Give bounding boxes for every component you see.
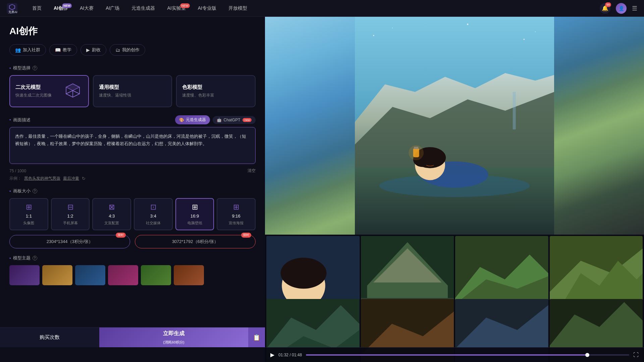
time-display: 01:32 / 01:48: [278, 353, 302, 357]
svg-rect-19: [513, 92, 516, 129]
desc-label: 画面描述: [9, 117, 31, 123]
clear-button[interactable]: 清空: [248, 168, 256, 174]
svg-point-18: [409, 145, 424, 160]
chatgpt-btn[interactable]: 🤖 ChatGPT new: [213, 116, 256, 124]
size-icon-1-2: ⊟: [67, 203, 73, 212]
size-icon-4-3: ⊠: [109, 203, 115, 212]
top-navigation: 无界AI 首页 AI创作 NEW AI大赛 AI广场 元造生成器 AI实验室 N…: [0, 0, 644, 17]
size-card-4-3[interactable]: ⊠ 4:3 文宣配置: [92, 198, 131, 230]
tutorial-button[interactable]: 📖 教学: [49, 44, 77, 56]
theme-thumb-1[interactable]: [9, 265, 40, 285]
resolution-row: 限时 2304*1344（3积分/张） 限时 3072*1792（6积分/张）: [9, 235, 256, 248]
play-button[interactable]: ▶: [270, 352, 274, 358]
size-card-16-9[interactable]: ⊞ 16:9 电脑壁纸: [175, 198, 214, 230]
model-card-general[interactable]: 通用模型 速度快、逼缩性强: [93, 75, 172, 107]
ai-create-badge: NEW: [62, 3, 72, 8]
join-group-button[interactable]: 👥 加入社群: [9, 44, 46, 56]
model-card-2d[interactable]: 二次元模型 快速生成二次元图像: [9, 75, 89, 107]
left-panel: AI创作 👥 加入社群 📖 教学 ▶ 剧收 🗂 我的创作: [0, 17, 265, 362]
example-tag-2[interactable]: 最后冲量: [63, 176, 79, 181]
bottom-action-bar: 购买次数 立即生成 (消耗60积分) 📋: [0, 327, 265, 347]
canvas-size-section: 画板大小 ? ⊞ 1:1 头像图 ⊟ 1:2 手机屏幕 ⊠: [9, 188, 256, 248]
description-textarea[interactable]: 杰作，最佳质量，一个睡在嶙山中的孩子，全身，侧躺，在嶙山中，山川是他的床，河流是…: [9, 127, 256, 164]
ai-lab-badge: NEW: [180, 3, 190, 8]
hamburger-menu[interactable]: ☰: [632, 5, 637, 12]
examples-row: 示例： 黑色头发的神气男孩 最后冲量 ↻: [9, 176, 256, 181]
notification-button[interactable]: 🔔 99: [600, 3, 610, 14]
user-avatar[interactable]: 👤: [616, 3, 627, 14]
desc-tools: 🎨 元造生成器 🤖 ChatGPT new: [175, 115, 256, 124]
svg-point-22: [524, 39, 525, 40]
desc-header: 画面描述 🎨 元造生成器 🤖 ChatGPT new: [9, 115, 256, 124]
resolution-btn-2[interactable]: 限时 3072*1792（6积分/张）: [135, 235, 256, 248]
folder-icon: 🗂: [115, 47, 120, 53]
generated-image: [265, 17, 644, 235]
svg-marker-3: [66, 84, 79, 90]
theme-info-icon[interactable]: ?: [33, 256, 37, 260]
size-cards: ⊞ 1:1 头像图 ⊟ 1:2 手机屏幕 ⊠ 4:3 文宣配置: [9, 198, 256, 230]
avatar-gen-btn[interactable]: 🎨 元造生成器: [175, 115, 210, 124]
resolution-btn-1[interactable]: 限时 2304*1344（3积分/张）: [9, 235, 130, 248]
res1-badge: 限时: [116, 233, 126, 238]
canvas-info-icon[interactable]: ?: [33, 189, 37, 193]
nav-home[interactable]: 首页: [28, 3, 46, 13]
svg-point-24: [467, 23, 468, 25]
theme-thumb-5[interactable]: [141, 265, 171, 285]
nav-ai-contest[interactable]: AI大赛: [75, 3, 98, 13]
model-selection-label: 模型选择 ?: [9, 65, 256, 71]
theme-thumb-2[interactable]: [42, 265, 72, 285]
buy-button[interactable]: 购买次数: [0, 327, 99, 347]
svg-point-21: [392, 28, 393, 28]
thumbnail-grid: [265, 235, 644, 362]
right-panel: ↺ ⚙ ↻: [265, 17, 644, 362]
fullscreen-button[interactable]: ⛶: [633, 352, 639, 358]
size-card-1-1[interactable]: ⊞ 1:1 头像图: [9, 198, 48, 230]
svg-point-27: [281, 258, 327, 289]
main-image-area: [265, 17, 644, 235]
svg-line-5: [66, 90, 73, 94]
theme-thumb-6[interactable]: [174, 265, 204, 285]
size-icon-3-4: ⊡: [150, 203, 156, 212]
nav-ai-lab[interactable]: AI实验室 NEW: [162, 3, 190, 13]
chatgpt-new-badge: new: [243, 118, 252, 122]
notification-badge: 99: [605, 2, 611, 7]
favorites-button[interactable]: ▶ 剧收: [80, 44, 106, 56]
action-buttons-row: 👥 加入社群 📖 教学 ▶ 剧收 🗂 我的创作: [9, 44, 256, 56]
model-card-color[interactable]: 色彩模型 速度慢、色彩丰富: [176, 75, 256, 107]
example-tag-1[interactable]: 黑色头发的神气男孩: [24, 176, 60, 181]
size-icon-16-9: ⊞: [192, 203, 198, 212]
size-card-1-2[interactable]: ⊟ 1:2 手机屏幕: [51, 198, 90, 230]
svg-point-23: [535, 32, 536, 32]
nav-ai-pro[interactable]: AI专业版: [193, 3, 221, 13]
refresh-examples-icon[interactable]: ↻: [82, 176, 86, 181]
video-progress-bar[interactable]: [306, 354, 629, 356]
desc-footer: 75 / 1000 清空: [9, 168, 256, 174]
logo[interactable]: 无界AI: [7, 3, 17, 14]
nav-avatar-gen[interactable]: 元造生成器: [127, 3, 160, 13]
my-works-button[interactable]: 🗂 我的创作: [110, 44, 145, 56]
svg-line-6: [73, 90, 79, 94]
theme-thumb-3[interactable]: [75, 265, 105, 285]
theme-thumb-4[interactable]: [108, 265, 138, 285]
generate-button[interactable]: 立即生成 (消耗60积分): [99, 327, 248, 347]
progress-thumb[interactable]: [585, 353, 589, 357]
nav-open-model[interactable]: 开放模型: [224, 3, 252, 13]
book-icon: 📖: [55, 47, 61, 53]
copy-button[interactable]: 📋: [248, 327, 265, 347]
video-controls: ▶ 01:32 / 01:48 ⛶: [265, 347, 644, 362]
svg-text:无界AI: 无界AI: [8, 10, 17, 14]
size-card-3-4[interactable]: ⊡ 3:4 社交媒体: [134, 198, 173, 230]
svg-point-20: [373, 35, 374, 36]
copy-icon: 📋: [253, 334, 260, 341]
char-count: 75 / 1000: [9, 169, 26, 173]
model-cards: 二次元模型 快速生成二次元图像: [9, 75, 256, 107]
nav-ai-plaza[interactable]: AI广场: [101, 3, 124, 13]
size-icon-1-1: ⊞: [26, 203, 32, 212]
size-card-9-16[interactable]: ⊞ 9:16 宣传海报: [217, 198, 256, 230]
description-section: 画面描述 🎨 元造生成器 🤖 ChatGPT new: [9, 115, 256, 181]
nav-right: 🔔 99 👤 ☰: [600, 3, 637, 14]
model-info-icon[interactable]: ?: [33, 66, 37, 70]
res2-badge: 限时: [241, 233, 251, 238]
nav-ai-create[interactable]: AI创作 NEW: [49, 3, 72, 13]
canvas-size-label: 画板大小 ?: [9, 188, 256, 194]
